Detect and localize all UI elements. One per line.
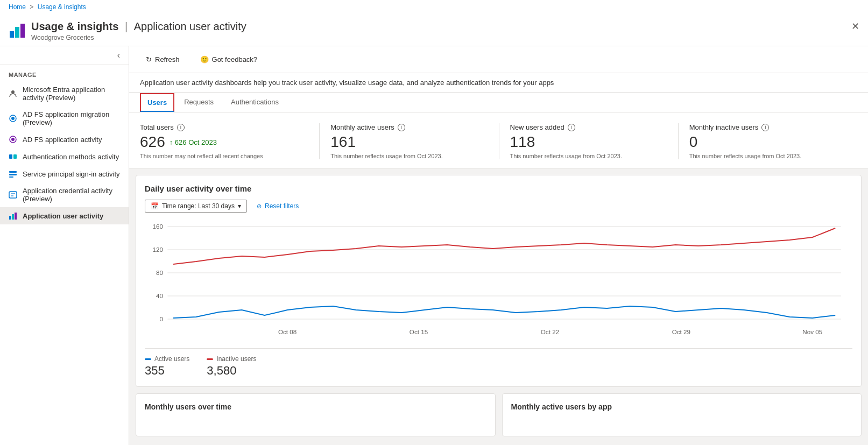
sidebar-item-service-principal-label: Service principal sign-in activity bbox=[23, 170, 120, 178]
breadcrumb-current[interactable]: Usage & insights bbox=[38, 3, 86, 11]
adfs-migration-icon bbox=[9, 114, 17, 123]
svg-text:80: 80 bbox=[156, 270, 163, 276]
stats-row: Total users i 626 ↑ 626 Oct 2023 This nu… bbox=[129, 112, 868, 168]
total-users-info-icon[interactable]: i bbox=[177, 124, 185, 131]
close-button[interactable]: ✕ bbox=[851, 20, 859, 32]
new-users-value: 118 bbox=[510, 133, 535, 151]
stat-new-users: New users added i 118 This number reflec… bbox=[499, 123, 678, 159]
sidebar-item-app-user-activity[interactable]: Application user activity bbox=[0, 207, 129, 224]
svg-rect-11 bbox=[9, 174, 17, 175]
svg-text:160: 160 bbox=[152, 223, 163, 230]
svg-rect-9 bbox=[13, 154, 17, 159]
svg-rect-0 bbox=[10, 31, 14, 38]
stat-total-users: Total users i 626 ↑ 626 Oct 2023 This nu… bbox=[140, 123, 319, 159]
monthly-inactive-info-icon[interactable]: i bbox=[761, 124, 769, 131]
stat-monthly-active: Monthly active users i 161 This number r… bbox=[319, 123, 498, 159]
sidebar-item-service-principal[interactable]: Service principal sign-in activity bbox=[0, 165, 129, 182]
app-user-activity-icon bbox=[9, 211, 17, 220]
inactive-users-legend-value: 3,580 bbox=[207, 364, 256, 378]
sidebar-item-app-user-activity-label: Application user activity bbox=[23, 212, 103, 220]
content-area: ↻ Refresh 🙂 Got feedback? Application us… bbox=[129, 46, 868, 445]
svg-rect-16 bbox=[9, 216, 11, 220]
description-text: Application user activity dashboards hel… bbox=[140, 79, 554, 87]
inactive-users-line bbox=[173, 228, 835, 264]
tabs-bar: Users Requests Authentications bbox=[129, 93, 868, 112]
tab-authentications[interactable]: Authentications bbox=[223, 93, 286, 112]
svg-text:0: 0 bbox=[159, 316, 163, 322]
description-bar: Application user activity dashboards hel… bbox=[129, 73, 868, 93]
sidebar-collapse-button[interactable]: ‹ bbox=[0, 46, 129, 65]
svg-rect-2 bbox=[20, 24, 25, 38]
svg-point-5 bbox=[11, 117, 15, 120]
reset-filters-button[interactable]: ⊘ Reset filters bbox=[253, 200, 302, 212]
adfs-activity-icon bbox=[9, 135, 17, 144]
chart-section: Daily user activity over time 📅 Time ran… bbox=[136, 175, 862, 387]
svg-text:Oct 15: Oct 15 bbox=[410, 329, 428, 335]
monthly-users-title: Monthly users over time bbox=[145, 402, 486, 411]
svg-text:Oct 22: Oct 22 bbox=[541, 329, 559, 335]
bottom-row: Monthly users over time Monthly active u… bbox=[136, 393, 862, 436]
svg-rect-18 bbox=[15, 213, 17, 220]
svg-text:Nov 05: Nov 05 bbox=[802, 329, 822, 335]
legend-inactive-users: Inactive users 3,580 bbox=[207, 355, 256, 378]
feedback-icon: 🙂 bbox=[200, 55, 209, 63]
svg-text:Oct 29: Oct 29 bbox=[672, 329, 690, 335]
svg-rect-12 bbox=[9, 176, 13, 178]
sidebar-item-credential-label: Application credential activity (Preview… bbox=[23, 187, 120, 203]
sidebar-item-adfs-migration-label: AD FS application migration (Preview) bbox=[23, 110, 120, 126]
new-users-info-icon[interactable]: i bbox=[568, 124, 575, 131]
chart-filters: 📅 Time range: Last 30 days ▾ ⊘ Reset fil… bbox=[145, 200, 852, 213]
tab-requests[interactable]: Requests bbox=[177, 93, 221, 112]
new-users-note: This number reflects usage from Oct 2023… bbox=[510, 153, 667, 159]
tab-users[interactable]: Users bbox=[140, 93, 174, 112]
svg-point-3 bbox=[11, 90, 15, 94]
svg-rect-13 bbox=[9, 192, 17, 198]
dropdown-icon: ▾ bbox=[238, 202, 241, 210]
svg-rect-8 bbox=[9, 154, 12, 159]
sidebar-item-adfs-activity-label: AD FS application activity bbox=[23, 136, 102, 144]
feedback-button[interactable]: 🙂 Got feedback? bbox=[194, 52, 264, 67]
monthly-active-note: This number reflects usage from Oct 2023… bbox=[330, 153, 488, 159]
sidebar-manage-label: Manage bbox=[0, 65, 129, 81]
sidebar-item-credential[interactable]: Application credential activity (Preview… bbox=[0, 182, 129, 207]
time-range-button[interactable]: 📅 Time range: Last 30 days ▾ bbox=[145, 200, 247, 213]
total-users-change: ↑ 626 Oct 2023 bbox=[170, 138, 217, 146]
svg-rect-1 bbox=[15, 27, 19, 38]
chart-legend: Active users 355 Inactive users 3,580 bbox=[145, 348, 852, 378]
sidebar-item-entra[interactable]: Microsoft Entra application activity (Pr… bbox=[0, 81, 129, 106]
chart-wrapper: 160 120 80 40 0 Oct 08 Oct 15 Oct 22 Oct… bbox=[145, 221, 852, 340]
svg-rect-17 bbox=[12, 214, 14, 220]
monthly-inactive-value: 0 bbox=[689, 133, 698, 151]
page-header: Usage & insights | Application user acti… bbox=[0, 14, 868, 46]
total-users-value: 626 bbox=[140, 133, 165, 151]
sidebar-item-adfs-activity[interactable]: AD FS application activity bbox=[0, 131, 129, 148]
monthly-inactive-note: This number reflects usage from Oct 2023… bbox=[689, 153, 846, 159]
credential-icon bbox=[9, 190, 17, 199]
refresh-button[interactable]: ↻ Refresh bbox=[140, 52, 186, 67]
breadcrumb-home[interactable]: Home bbox=[9, 3, 26, 11]
svg-point-7 bbox=[11, 138, 15, 141]
sidebar-item-auth-methods-label: Authentication methods activity bbox=[23, 153, 119, 161]
svg-text:Oct 08: Oct 08 bbox=[278, 329, 297, 335]
calendar-icon: 📅 bbox=[151, 202, 159, 210]
sidebar: ‹ Manage Microsoft Entra application act… bbox=[0, 46, 129, 445]
breadcrumb: Home > Usage & insights bbox=[0, 0, 868, 14]
legend-active-users: Active users 355 bbox=[145, 355, 189, 378]
chart-svg: 160 120 80 40 0 Oct 08 Oct 15 Oct 22 Oct… bbox=[145, 221, 852, 340]
svg-rect-10 bbox=[9, 171, 17, 173]
monthly-active-info-icon[interactable]: i bbox=[398, 124, 405, 131]
bottom-card-monthly-active-by-app: Monthly active users by app bbox=[502, 393, 862, 436]
sidebar-item-entra-label: Microsoft Entra application activity (Pr… bbox=[23, 86, 120, 102]
active-users-color bbox=[145, 358, 151, 360]
sidebar-item-auth-methods[interactable]: Authentication methods activity bbox=[0, 148, 129, 165]
auth-methods-icon bbox=[9, 152, 17, 161]
header-text: Usage & insights | Application user acti… bbox=[31, 20, 859, 41]
monthly-active-by-app-title: Monthly active users by app bbox=[511, 402, 853, 411]
sidebar-item-adfs-migration[interactable]: AD FS application migration (Preview) bbox=[0, 106, 129, 131]
chart-title: Daily user activity over time bbox=[145, 184, 852, 193]
inactive-users-color bbox=[207, 358, 213, 360]
total-users-note: This number may not reflect all recent c… bbox=[140, 153, 308, 159]
refresh-icon: ↻ bbox=[146, 55, 152, 63]
breadcrumb-separator: > bbox=[30, 3, 33, 11]
active-users-legend-value: 355 bbox=[145, 364, 189, 378]
